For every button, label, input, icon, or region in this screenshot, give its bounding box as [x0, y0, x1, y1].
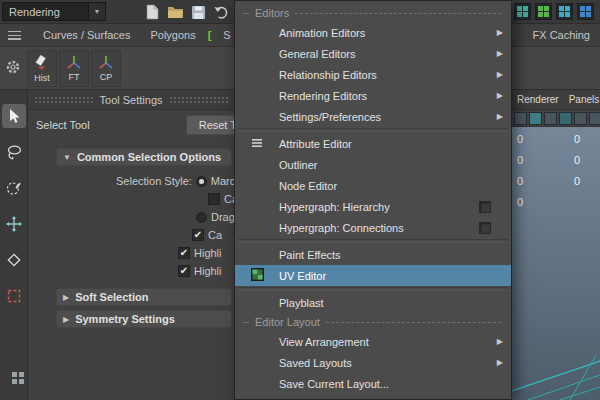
shelf-menu-icon[interactable] — [8, 31, 21, 40]
shelf-button-hist[interactable]: Hist — [27, 50, 57, 87]
rotate-tool[interactable] — [2, 248, 26, 272]
option-row: Highli — [28, 244, 234, 262]
maya-window: Rendering ▼ — [0, 0, 600, 400]
option-label: Highli — [194, 265, 222, 277]
menu-item-general-editors[interactable]: General Editors ▶ — [235, 43, 511, 64]
checkbox[interactable] — [192, 229, 204, 241]
menu-item-paint-effects[interactable]: Paint Effects — [235, 244, 511, 265]
menu-item-view-arrangement[interactable]: View Arrangement ▶ — [235, 331, 511, 352]
grid-panel-icon-2[interactable] — [535, 3, 552, 20]
channel-value[interactable]: 0 — [517, 133, 523, 145]
menu-item-save-current-layout[interactable]: Save Current Layout... — [235, 373, 511, 394]
chevron-right-icon: ▶ — [63, 315, 69, 324]
chevron-down-icon[interactable]: ▼ — [88, 3, 105, 20]
selection-style-label: Selection Style: — [116, 175, 192, 187]
menu-item-animation-editors[interactable]: Animation Editors ▶ — [235, 22, 511, 43]
viewport-toolbar-icon-4[interactable] — [559, 112, 572, 125]
drag-grip[interactable] — [169, 96, 229, 104]
checkbox[interactable] — [178, 247, 190, 259]
menu-checkbox[interactable] — [479, 201, 491, 213]
new-scene-icon[interactable] — [143, 3, 161, 21]
drag-grip[interactable] — [34, 96, 94, 104]
scale-tool[interactable] — [2, 284, 26, 308]
undo-icon[interactable] — [212, 3, 230, 21]
gear-icon[interactable] — [5, 59, 21, 77]
shelf-button-label: Hist — [34, 74, 50, 83]
shelf-tab-polygons[interactable]: Polygons — [140, 24, 205, 46]
menu-item-hypergraph-hierarchy[interactable]: Hypergraph: Hierarchy — [235, 196, 511, 217]
menu-group-label: Editor Layout — [255, 316, 320, 328]
section-symmetry-settings[interactable]: ▶ Symmetry Settings — [56, 310, 232, 328]
submenu-arrow-icon: ▶ — [497, 28, 503, 37]
menu-item-rendering-editors[interactable]: Rendering Editors ▶ — [235, 85, 511, 106]
submenu-arrow-icon: ▶ — [497, 70, 503, 79]
menu-item-outliner[interactable]: Outliner — [235, 154, 511, 175]
viewport-toolbar-icon-5[interactable] — [574, 112, 587, 125]
menu-item-saved-layouts[interactable]: Saved Layouts ▶ — [235, 352, 511, 373]
reset-tool-button[interactable]: Reset T — [186, 115, 234, 135]
option-label: Highli — [194, 247, 222, 259]
menu-set-selector[interactable]: Rendering ▼ — [2, 2, 106, 21]
channel-value[interactable]: 0 — [574, 175, 580, 187]
option-row: Ca — [28, 226, 234, 244]
save-scene-icon[interactable] — [189, 3, 207, 21]
option-label: Ca — [208, 229, 222, 241]
checkbox[interactable] — [178, 265, 190, 277]
shelf-button-label: CP — [100, 73, 113, 82]
menu-group-editors: Editors — [235, 4, 511, 22]
channel-value[interactable]: 0 — [517, 196, 523, 208]
grid-panel-icon-3[interactable] — [556, 3, 573, 20]
submenu-arrow-icon: ▶ — [497, 49, 503, 58]
menu-item-hypergraph-connections[interactable]: Hypergraph: Connections — [235, 217, 511, 238]
move-tool[interactable] — [2, 212, 26, 236]
lasso-tool[interactable] — [2, 140, 26, 164]
selection-style-row: Selection Style: Marq — [28, 172, 234, 190]
paint-selection-tool[interactable] — [2, 176, 26, 200]
menu-item-uv-editor[interactable]: UV Editor — [235, 265, 511, 286]
channel-value[interactable]: 0 — [517, 175, 523, 187]
panel-header[interactable]: Tool Settings — [28, 90, 234, 110]
shelf-button-label: FT — [69, 73, 80, 82]
shelf-button-ft[interactable]: FT — [59, 50, 89, 87]
menu-item-settings-preferences[interactable]: Settings/Preferences ▶ — [235, 106, 511, 127]
shelf-tab-fx-caching[interactable]: FX Caching — [523, 24, 600, 46]
active-shelf-marker: [ — [206, 29, 214, 41]
option-label: Ca — [224, 193, 234, 205]
menu-item-relationship-editors[interactable]: Relationship Editors ▶ — [235, 64, 511, 85]
chevron-right-icon: ▶ — [63, 293, 69, 302]
viewport-toolbar-icon-6[interactable] — [589, 112, 600, 125]
last-tool[interactable] — [6, 366, 30, 390]
viewport-toolbar-icon-1[interactable] — [514, 112, 527, 125]
option-label: Drag — [211, 211, 234, 223]
channel-value[interactable]: 0 — [574, 133, 580, 145]
checkbox[interactable] — [208, 193, 220, 205]
menu-item-playblast[interactable]: Playblast — [235, 292, 511, 313]
channel-value[interactable]: 0 — [574, 154, 580, 166]
section-common-selection-options[interactable]: ▼ Common Selection Options — [56, 148, 232, 166]
viewport-toolbar-icon-3[interactable] — [544, 112, 557, 125]
section-soft-selection[interactable]: ▶ Soft Selection — [56, 288, 232, 306]
select-tool[interactable] — [2, 104, 26, 128]
radio-button[interactable] — [196, 212, 207, 223]
viewport-canvas[interactable]: 0 0 0 0 0 0 0 — [512, 127, 600, 400]
viewport-menu-renderer[interactable]: Renderer — [512, 94, 564, 105]
shelf-tab-curves-surfaces[interactable]: Curves / Surfaces — [33, 24, 140, 46]
shelf-button-cp[interactable]: CP — [91, 50, 121, 87]
radio-button[interactable] — [196, 176, 207, 187]
submenu-arrow-icon: ▶ — [497, 358, 503, 367]
viewport-toolbar-icon-2[interactable] — [529, 112, 542, 125]
menu-item-attribute-editor[interactable]: Attribute Editor — [235, 133, 511, 154]
toolbox — [0, 90, 28, 400]
submenu-arrow-icon: ▶ — [497, 337, 503, 346]
shelf-buttons: Hist FT CP — [27, 50, 121, 87]
option-row: Ca — [28, 190, 234, 208]
channel-value[interactable]: 0 — [517, 154, 523, 166]
viewport-menu-panels[interactable]: Panels — [564, 94, 600, 105]
grid-panel-icon-1[interactable] — [514, 3, 531, 20]
open-scene-icon[interactable] — [166, 3, 184, 21]
menu-set-value: Rendering — [3, 6, 88, 18]
common-options: Selection Style: Marq Ca Drag Ca Highli — [28, 172, 234, 280]
menu-checkbox[interactable] — [479, 222, 491, 234]
grid-panel-icon-4[interactable] — [577, 3, 594, 20]
menu-item-node-editor[interactable]: Node Editor — [235, 175, 511, 196]
